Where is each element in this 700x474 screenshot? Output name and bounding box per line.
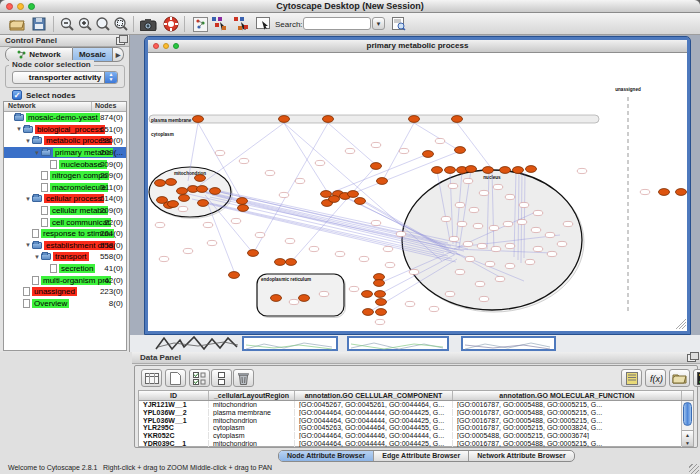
float-panel-icon[interactable]	[687, 354, 696, 362]
table-cell[interactable]: mitochondrion	[209, 440, 295, 447]
network-node[interactable]	[237, 198, 248, 205]
search-input[interactable]	[303, 17, 371, 30]
select-all-attributes-button[interactable]	[189, 369, 210, 387]
network-node[interactable]	[423, 151, 434, 158]
network-node-small[interactable]	[371, 142, 381, 147]
network-node-small[interactable]	[441, 216, 451, 221]
scrollbar-buttons[interactable]: ▲▼	[682, 430, 693, 446]
table-row[interactable]: YPL036W__1mitochondrion[GO:0044464, GO:0…	[139, 416, 693, 424]
network-node-small[interactable]	[349, 286, 359, 291]
table-cell[interactable]: [GO:0044464, GO:0044444, GO:0044425, G..…	[295, 440, 453, 447]
network-node-small[interactable]	[383, 246, 393, 251]
network-node-small[interactable]	[557, 241, 567, 246]
delete-attribute-button[interactable]	[233, 369, 254, 387]
network-node[interactable]	[210, 188, 221, 195]
network-node-small[interactable]	[345, 148, 355, 153]
tab-node-attribute-browser[interactable]: Node Attribute Browser	[279, 451, 374, 461]
layout-2-icon[interactable]	[232, 15, 250, 33]
network-node-small[interactable]	[359, 256, 369, 261]
search-config-icon[interactable]	[390, 15, 408, 33]
background-view-window[interactable]	[347, 336, 449, 351]
network-node-small[interactable]	[479, 190, 489, 195]
tree-row[interactable]: ▼primary metabo209(...	[4, 147, 126, 159]
table-cell[interactable]: mitochondrion	[209, 417, 295, 424]
network-node[interactable]	[198, 200, 209, 207]
tree-row[interactable]: response to stimulu264(0)	[4, 228, 126, 240]
network-node-small[interactable]	[473, 223, 483, 228]
network-node-small[interactable]	[449, 236, 459, 241]
network-node-small[interactable]	[533, 210, 543, 215]
network-node-small[interactable]	[525, 259, 535, 264]
tree-expander-icon[interactable]: ▼	[24, 242, 32, 248]
network-node[interactable]	[348, 191, 359, 198]
tree-row[interactable]: ▼metabolic process280(0)	[4, 135, 126, 147]
network-node[interactable]	[432, 167, 443, 174]
network-node[interactable]	[362, 291, 373, 298]
network-node[interactable]	[363, 309, 374, 316]
network-node[interactable]	[238, 205, 249, 212]
open-file-icon[interactable]	[8, 15, 26, 33]
view-titlebar[interactable]: primary metabolic process	[148, 40, 687, 53]
select-nodes-checkbox[interactable]: ✓	[12, 90, 22, 100]
table-cell[interactable]: YJR121W__1	[139, 401, 209, 408]
network-node-small[interactable]	[505, 243, 515, 248]
tree-col-network[interactable]: Network	[4, 102, 92, 111]
annotation-icon[interactable]	[254, 15, 272, 33]
network-node[interactable]	[329, 196, 340, 203]
network-node-small[interactable]	[396, 231, 406, 236]
network-node[interactable]	[179, 195, 190, 202]
network-node-small[interactable]	[405, 301, 415, 306]
network-node-small[interactable]	[309, 246, 319, 251]
network-node-small[interactable]	[517, 219, 527, 224]
background-view-window[interactable]	[242, 336, 338, 351]
tree-row[interactable]: secretion41(0)	[4, 263, 126, 275]
background-network-thumbnail[interactable]	[154, 335, 240, 352]
table-cell[interactable]: mitochondrion	[209, 401, 295, 408]
network-node[interactable]	[676, 189, 687, 196]
network-node[interactable]	[526, 166, 537, 173]
node-color-combo[interactable]: transporter activity▲▼	[12, 71, 118, 84]
network-node-small[interactable]	[547, 251, 557, 256]
network-node-small[interactable]	[448, 183, 458, 188]
tree-row[interactable]: cell communicat22(0)	[4, 216, 126, 228]
unselect-all-attributes-button[interactable]	[211, 369, 232, 387]
network-node-small[interactable]	[155, 222, 165, 227]
tree-row[interactable]: ▼biological_process651(0)	[4, 124, 126, 136]
network-node-small[interactable]	[178, 206, 188, 211]
network-node[interactable]	[513, 167, 524, 174]
network-node-small[interactable]	[445, 291, 455, 296]
network-node[interactable]	[193, 116, 204, 123]
network-node[interactable]	[279, 116, 290, 123]
network-node[interactable]	[483, 167, 494, 174]
formula-builder-button[interactable]: f(x)	[645, 369, 666, 387]
network-node[interactable]	[248, 250, 259, 257]
network-node-small[interactable]	[479, 296, 489, 301]
combo-stepper-icon[interactable]: ▲▼	[104, 72, 117, 83]
network-node-small[interactable]	[533, 246, 543, 251]
table-cell[interactable]: plasma membrane	[209, 409, 295, 416]
tree-row[interactable]: Overview8(0)	[4, 298, 126, 310]
network-node-small[interactable]	[371, 220, 381, 225]
network-node[interactable]	[455, 147, 466, 154]
attribute-editor-button[interactable]	[621, 369, 642, 387]
network-node[interactable]	[376, 299, 387, 306]
table-cell[interactable]: [GO:0016787, GO:0005215, GO:0003824, G..…	[453, 424, 682, 431]
select-attributes-button[interactable]	[141, 369, 162, 387]
network-node-small[interactable]	[463, 178, 473, 183]
network-edge[interactable]	[457, 123, 492, 169]
network-node[interactable]	[275, 259, 286, 266]
table-cell[interactable]: YKR052C	[139, 432, 209, 439]
table-vertical-scrollbar[interactable]: ▲▼	[681, 401, 693, 446]
tree-row[interactable]: ▼cellular process614(0)	[4, 193, 126, 205]
tree-row[interactable]: multi-organism pro42(0)	[4, 274, 126, 286]
network-node-small[interactable]	[315, 160, 325, 165]
network-node-small[interactable]	[215, 150, 225, 155]
network-node-small[interactable]	[465, 256, 475, 261]
help-ring-icon[interactable]	[162, 15, 180, 33]
network-node[interactable]	[374, 280, 385, 287]
network-node-small[interactable]	[183, 248, 193, 253]
network-overview-icon[interactable]	[191, 15, 209, 33]
network-node-small[interactable]	[493, 184, 503, 189]
network-node[interactable]	[466, 166, 477, 173]
zoom-out-icon[interactable]	[58, 15, 76, 33]
